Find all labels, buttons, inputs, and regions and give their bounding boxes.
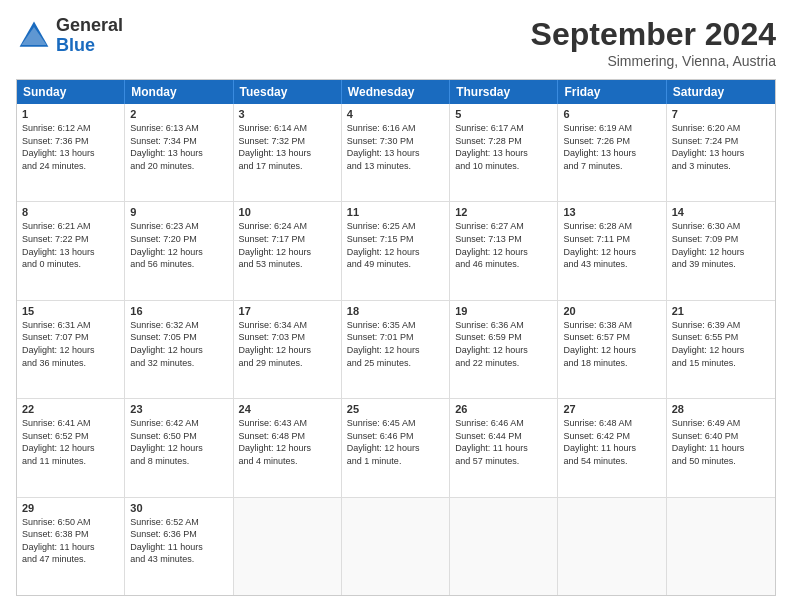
cell-line: Daylight: 11 hours bbox=[672, 442, 770, 455]
cell-line: Sunrise: 6:23 AM bbox=[130, 220, 227, 233]
cell-line: Sunrise: 6:38 AM bbox=[563, 319, 660, 332]
cell-line: Sunrise: 6:36 AM bbox=[455, 319, 552, 332]
cell-line: and 47 minutes. bbox=[22, 553, 119, 566]
header-cell-saturday: Saturday bbox=[667, 80, 775, 104]
cell-line: Sunrise: 6:25 AM bbox=[347, 220, 444, 233]
logo-text: General Blue bbox=[56, 16, 123, 56]
cell-line: Sunset: 6:42 PM bbox=[563, 430, 660, 443]
cell-line: and 3 minutes. bbox=[672, 160, 770, 173]
cell-line: Sunrise: 6:24 AM bbox=[239, 220, 336, 233]
day-cell-9: 9Sunrise: 6:23 AMSunset: 7:20 PMDaylight… bbox=[125, 202, 233, 299]
cell-line: Daylight: 13 hours bbox=[347, 147, 444, 160]
cal-row-2: 15Sunrise: 6:31 AMSunset: 7:07 PMDayligh… bbox=[17, 300, 775, 398]
cell-line: Daylight: 13 hours bbox=[672, 147, 770, 160]
cell-line: and 32 minutes. bbox=[130, 357, 227, 370]
day-cell-17: 17Sunrise: 6:34 AMSunset: 7:03 PMDayligh… bbox=[234, 301, 342, 398]
cell-line: Sunset: 7:09 PM bbox=[672, 233, 770, 246]
cell-line: Sunrise: 6:13 AM bbox=[130, 122, 227, 135]
day-number: 26 bbox=[455, 403, 552, 415]
cell-line: Sunrise: 6:43 AM bbox=[239, 417, 336, 430]
location: Simmering, Vienna, Austria bbox=[531, 53, 776, 69]
logo: General Blue bbox=[16, 16, 123, 56]
calendar-header: SundayMondayTuesdayWednesdayThursdayFrid… bbox=[17, 80, 775, 104]
day-cell-16: 16Sunrise: 6:32 AMSunset: 7:05 PMDayligh… bbox=[125, 301, 233, 398]
cell-line: Sunset: 7:32 PM bbox=[239, 135, 336, 148]
cell-line: Daylight: 11 hours bbox=[22, 541, 119, 554]
cell-line: Daylight: 12 hours bbox=[130, 246, 227, 259]
day-cell-2: 2Sunrise: 6:13 AMSunset: 7:34 PMDaylight… bbox=[125, 104, 233, 201]
header-cell-tuesday: Tuesday bbox=[234, 80, 342, 104]
day-cell-15: 15Sunrise: 6:31 AMSunset: 7:07 PMDayligh… bbox=[17, 301, 125, 398]
cell-line: Sunrise: 6:14 AM bbox=[239, 122, 336, 135]
cell-line: and 10 minutes. bbox=[455, 160, 552, 173]
cell-line: Sunset: 7:34 PM bbox=[130, 135, 227, 148]
svg-marker-1 bbox=[21, 27, 46, 45]
cell-line: Sunset: 7:36 PM bbox=[22, 135, 119, 148]
cell-line: Sunset: 6:48 PM bbox=[239, 430, 336, 443]
cell-line: Daylight: 12 hours bbox=[239, 246, 336, 259]
cell-line: Daylight: 13 hours bbox=[130, 147, 227, 160]
header: General Blue September 2024 Simmering, V… bbox=[16, 16, 776, 69]
day-cell-6: 6Sunrise: 6:19 AMSunset: 7:26 PMDaylight… bbox=[558, 104, 666, 201]
cell-line: and 8 minutes. bbox=[130, 455, 227, 468]
cal-row-3: 22Sunrise: 6:41 AMSunset: 6:52 PMDayligh… bbox=[17, 398, 775, 496]
cell-line: and 7 minutes. bbox=[563, 160, 660, 173]
cal-row-1: 8Sunrise: 6:21 AMSunset: 7:22 PMDaylight… bbox=[17, 201, 775, 299]
day-cell-30: 30Sunrise: 6:52 AMSunset: 6:36 PMDayligh… bbox=[125, 498, 233, 595]
cell-line: Sunrise: 6:16 AM bbox=[347, 122, 444, 135]
cell-line: Daylight: 12 hours bbox=[455, 344, 552, 357]
day-number: 28 bbox=[672, 403, 770, 415]
cell-line: Sunrise: 6:30 AM bbox=[672, 220, 770, 233]
day-number: 9 bbox=[130, 206, 227, 218]
cal-row-0: 1Sunrise: 6:12 AMSunset: 7:36 PMDaylight… bbox=[17, 104, 775, 201]
cell-line: and 46 minutes. bbox=[455, 258, 552, 271]
cell-line: Sunrise: 6:27 AM bbox=[455, 220, 552, 233]
cell-line: Sunset: 7:22 PM bbox=[22, 233, 119, 246]
cell-line: and 24 minutes. bbox=[22, 160, 119, 173]
day-cell-18: 18Sunrise: 6:35 AMSunset: 7:01 PMDayligh… bbox=[342, 301, 450, 398]
day-number: 8 bbox=[22, 206, 119, 218]
day-number: 25 bbox=[347, 403, 444, 415]
cell-line: Sunrise: 6:39 AM bbox=[672, 319, 770, 332]
logo-blue-text: Blue bbox=[56, 36, 123, 56]
day-cell-8: 8Sunrise: 6:21 AMSunset: 7:22 PMDaylight… bbox=[17, 202, 125, 299]
cell-line: Sunset: 7:11 PM bbox=[563, 233, 660, 246]
day-cell-29: 29Sunrise: 6:50 AMSunset: 6:38 PMDayligh… bbox=[17, 498, 125, 595]
month-title: September 2024 bbox=[531, 16, 776, 53]
cell-line: and 20 minutes. bbox=[130, 160, 227, 173]
day-number: 30 bbox=[130, 502, 227, 514]
cell-line: Sunrise: 6:21 AM bbox=[22, 220, 119, 233]
cell-line: and 39 minutes. bbox=[672, 258, 770, 271]
cell-line: Sunset: 7:05 PM bbox=[130, 331, 227, 344]
cell-line: Daylight: 11 hours bbox=[563, 442, 660, 455]
header-cell-wednesday: Wednesday bbox=[342, 80, 450, 104]
day-cell-19: 19Sunrise: 6:36 AMSunset: 6:59 PMDayligh… bbox=[450, 301, 558, 398]
cell-line: Daylight: 12 hours bbox=[130, 344, 227, 357]
day-cell-23: 23Sunrise: 6:42 AMSunset: 6:50 PMDayligh… bbox=[125, 399, 233, 496]
cell-line: Sunset: 7:26 PM bbox=[563, 135, 660, 148]
cell-line: and 43 minutes. bbox=[563, 258, 660, 271]
cell-line: Sunset: 6:44 PM bbox=[455, 430, 552, 443]
cell-line: and 54 minutes. bbox=[563, 455, 660, 468]
day-number: 10 bbox=[239, 206, 336, 218]
cell-line: Sunrise: 6:20 AM bbox=[672, 122, 770, 135]
cell-line: and 4 minutes. bbox=[239, 455, 336, 468]
cell-line: Sunrise: 6:42 AM bbox=[130, 417, 227, 430]
day-cell-11: 11Sunrise: 6:25 AMSunset: 7:15 PMDayligh… bbox=[342, 202, 450, 299]
title-area: September 2024 Simmering, Vienna, Austri… bbox=[531, 16, 776, 69]
cell-line: and 15 minutes. bbox=[672, 357, 770, 370]
cell-line: Sunrise: 6:34 AM bbox=[239, 319, 336, 332]
day-number: 18 bbox=[347, 305, 444, 317]
cell-line: Sunrise: 6:12 AM bbox=[22, 122, 119, 135]
cell-line: Sunrise: 6:19 AM bbox=[563, 122, 660, 135]
cell-line: Sunset: 6:57 PM bbox=[563, 331, 660, 344]
cell-line: Daylight: 12 hours bbox=[347, 246, 444, 259]
cell-line: and 56 minutes. bbox=[130, 258, 227, 271]
day-number: 14 bbox=[672, 206, 770, 218]
day-cell-26: 26Sunrise: 6:46 AMSunset: 6:44 PMDayligh… bbox=[450, 399, 558, 496]
cell-line: Daylight: 13 hours bbox=[455, 147, 552, 160]
cell-line: Daylight: 13 hours bbox=[22, 246, 119, 259]
cell-line: Sunset: 7:13 PM bbox=[455, 233, 552, 246]
page: General Blue September 2024 Simmering, V… bbox=[0, 0, 792, 612]
day-number: 7 bbox=[672, 108, 770, 120]
